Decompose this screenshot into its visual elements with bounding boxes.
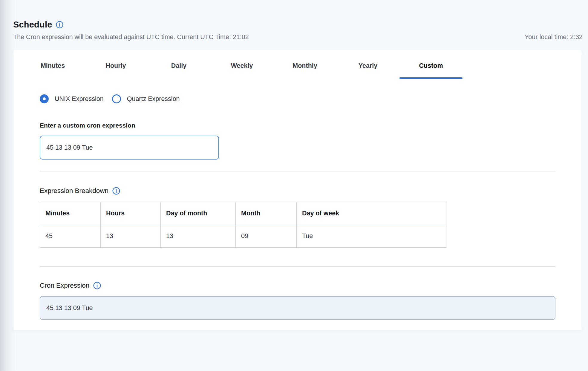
cell-day-of-month: 13 [161, 225, 236, 248]
quartz-expression-radio[interactable]: Quartz Expression [112, 94, 180, 103]
tab-hourly[interactable]: Hourly [84, 53, 147, 78]
divider [40, 171, 555, 171]
cron-expression-readonly-field[interactable] [40, 296, 555, 320]
custom-tab-content: UNIX Expression Quartz Expression Enter … [13, 94, 582, 320]
radio-unselected-icon [112, 94, 121, 103]
table-row: 45 13 13 09 Tue [40, 225, 446, 248]
frequency-tabs: Minutes Hourly Daily Weekly Monthly Year… [21, 50, 574, 78]
cell-minutes: 45 [40, 225, 101, 248]
tab-yearly[interactable]: Yearly [336, 53, 399, 78]
tab-custom-label: Custom [419, 62, 443, 70]
radio-selected-icon [40, 94, 49, 103]
table-header-row: Minutes Hours Day of month Month Day of … [40, 202, 446, 225]
unix-expression-radio[interactable]: UNIX Expression [40, 94, 104, 103]
quartz-expression-label: Quartz Expression [127, 95, 180, 103]
active-tab-underline [399, 77, 463, 79]
schedule-card: Minutes Hourly Daily Weekly Monthly Year… [13, 50, 582, 331]
custom-cron-label: Enter a custom cron expression [40, 122, 555, 129]
expression-breakdown-info-icon[interactable] [112, 187, 120, 195]
tab-monthly[interactable]: Monthly [273, 53, 336, 78]
tab-weekly[interactable]: Weekly [210, 53, 273, 78]
col-header-minutes: Minutes [40, 202, 101, 225]
cron-expression-header: Cron Expression [40, 282, 555, 289]
expression-breakdown-table: Minutes Hours Day of month Month Day of … [40, 202, 446, 248]
cron-expression-title: Cron Expression [40, 282, 89, 289]
divider [40, 266, 555, 267]
utc-time-text: The Cron expression will be evaluated ag… [13, 33, 249, 41]
col-header-day-of-week: Day of week [297, 202, 446, 225]
schedule-header: Schedule [13, 20, 583, 30]
unix-expression-label: UNIX Expression [55, 95, 104, 103]
tab-minutes[interactable]: Minutes [21, 53, 84, 78]
page-title: Schedule [13, 20, 52, 30]
col-header-month: Month [236, 202, 297, 225]
tab-custom[interactable]: Custom [399, 53, 463, 78]
expression-breakdown-header: Expression Breakdown [40, 187, 555, 195]
tab-daily[interactable]: Daily [147, 53, 210, 78]
local-time-text: Your local time: 2:32 [525, 33, 583, 41]
col-header-day-of-month: Day of month [161, 202, 236, 225]
custom-cron-input[interactable] [40, 136, 219, 160]
cell-hours: 13 [101, 225, 161, 248]
cell-month: 09 [236, 225, 297, 248]
col-header-hours: Hours [101, 202, 161, 225]
cron-expression-info-icon[interactable] [93, 282, 101, 289]
expression-breakdown-title: Expression Breakdown [40, 187, 108, 195]
schedule-info-icon[interactable] [56, 21, 63, 28]
schedule-panel: Schedule The Cron expression will be eva… [0, 0, 588, 331]
schedule-subtitle-row: The Cron expression will be evaluated ag… [13, 33, 583, 41]
cell-day-of-week: Tue [297, 225, 446, 248]
expression-type-radio-group: UNIX Expression Quartz Expression [40, 94, 555, 103]
